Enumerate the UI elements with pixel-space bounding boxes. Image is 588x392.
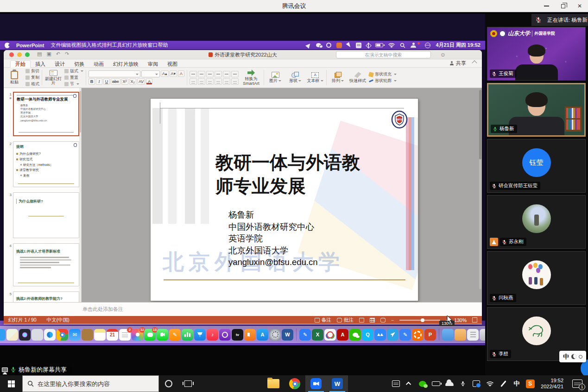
paper-plane-app[interactable] xyxy=(387,329,398,341)
font-name-select[interactable] xyxy=(89,70,140,77)
thumbnail-scrollbar[interactable] xyxy=(79,88,81,302)
zoom-slider[interactable] xyxy=(399,320,440,321)
mac-clock[interactable]: 4月21日 周四 19:52 xyxy=(436,42,481,49)
video-tile-wangjunju[interactable]: 山东大学 外国语学院 王俊菊 xyxy=(487,27,586,81)
taskbar-search[interactable] xyxy=(22,375,159,392)
bold-button[interactable]: B xyxy=(89,78,95,85)
menubar-menu-item[interactable]: 排列 xyxy=(102,42,112,48)
trash[interactable] xyxy=(480,329,485,341)
siri[interactable] xyxy=(19,329,31,341)
excel[interactable]: X xyxy=(312,329,323,341)
apple-menu-icon[interactable] xyxy=(5,43,10,48)
text-direction-button[interactable] xyxy=(231,71,239,77)
downloads-folder[interactable] xyxy=(442,329,454,341)
taskbar-search-input[interactable] xyxy=(38,380,144,387)
decrease-font-button[interactable]: A▾ xyxy=(170,70,177,77)
photos[interactable]: 12 xyxy=(132,329,143,341)
font-size-select[interactable] xyxy=(141,70,160,77)
ppt-tab[interactable]: 幻灯片放映 xyxy=(108,61,143,67)
slide-thumbnail-3[interactable]: 为什么做科研? xyxy=(13,192,79,238)
reminders[interactable]: 2 xyxy=(119,329,131,341)
slide-author-block[interactable]: 杨鲁新中国外语教材研究中心英语学院北京外国语大学yangluxin@bfsu.e… xyxy=(228,209,318,268)
notes[interactable] xyxy=(94,329,106,341)
slide-sorter-button[interactable] xyxy=(370,318,375,322)
taskbar-clock[interactable]: 19:522022/4/21 xyxy=(539,378,565,390)
layout-button[interactable]: 版式 xyxy=(64,68,83,74)
spotlight-search-icon[interactable] xyxy=(400,43,405,48)
keynote[interactable] xyxy=(194,329,206,341)
onedrive-tray-icon[interactable] xyxy=(445,379,454,389)
menubar-menu-item[interactable]: 插入 xyxy=(82,42,92,48)
ppt-tab[interactable]: 切换 xyxy=(70,61,89,67)
bullet-list-button[interactable] xyxy=(190,71,197,77)
action-center-button[interactable]: 1 xyxy=(569,379,585,389)
superscript-button[interactable]: X² xyxy=(121,78,128,85)
chrome[interactable] xyxy=(57,329,68,341)
clear-format-button[interactable]: A xyxy=(178,70,184,77)
ppt-tab[interactable]: 设计 xyxy=(50,61,70,67)
line-spacing-button[interactable] xyxy=(223,71,230,77)
quick-styles-button[interactable]: 快速样式 xyxy=(349,69,367,87)
pages[interactable]: ✎ xyxy=(169,329,181,341)
video-tile-suyonggang[interactable]: 苏永刚 xyxy=(487,195,586,249)
apple-tv[interactable]: tv xyxy=(232,329,243,341)
slide-thumbnail-5[interactable]: 挑战2:外语教师的教学能力? 教学理念如何学习语言?语言、文化、内容、思维是什么… xyxy=(13,291,79,302)
normal-view-button[interactable] xyxy=(359,318,364,322)
acrobat[interactable]: A xyxy=(337,329,348,341)
fast-user-switch-icon[interactable] xyxy=(411,43,416,48)
picture-button[interactable]: 图片 xyxy=(266,69,284,87)
wechat[interactable] xyxy=(349,329,361,341)
windows-ink-icon[interactable] xyxy=(499,379,508,389)
collapse-ribbon-icon[interactable] xyxy=(472,60,477,65)
circles-app[interactable] xyxy=(324,329,336,341)
word[interactable]: W xyxy=(282,329,293,341)
chrome[interactable] xyxy=(284,375,305,392)
convert-smartart-button[interactable]: 转换为SmartArt xyxy=(241,69,261,87)
photos-tray-icon[interactable] xyxy=(472,379,481,389)
menubar-menu-item[interactable]: 编辑 xyxy=(61,42,71,48)
battery-icon[interactable] xyxy=(375,43,383,47)
editor-scrollbar[interactable] xyxy=(479,90,481,289)
system-preferences[interactable] xyxy=(269,329,281,341)
justify-button[interactable] xyxy=(215,78,222,85)
calendar[interactable]: 21 xyxy=(107,329,118,341)
comments-toggle[interactable]: 批注 xyxy=(337,317,354,323)
contacts[interactable] xyxy=(82,329,93,341)
reset-button[interactable]: 重置 xyxy=(64,75,83,81)
documents-folder[interactable] xyxy=(455,329,466,341)
align-text-button[interactable] xyxy=(231,78,239,85)
italic-button[interactable]: I xyxy=(96,78,102,85)
maps[interactable] xyxy=(6,329,18,341)
wifi-icon[interactable] xyxy=(388,43,395,48)
show-hidden-icons-chevron[interactable] xyxy=(405,379,414,389)
slide-thumbnail-4[interactable]: 挑战1:外语人才培养新标准 xyxy=(13,243,79,286)
qq[interactable]: Q xyxy=(362,329,373,341)
paste-button[interactable]: 粘贴 xyxy=(6,69,23,87)
close-button[interactable]: ✕ xyxy=(571,0,588,12)
app-store[interactable]: A xyxy=(257,329,268,341)
slide-thumbnail-2[interactable]: 提纲 为什么做研究?研究范式研究方法（methods）课堂教学研究案例 xyxy=(13,141,79,187)
menubar-app-name[interactable]: PowerPoint xyxy=(16,43,44,48)
wechat-tray-icon[interactable] xyxy=(418,379,427,389)
section-button[interactable]: 节 xyxy=(64,81,83,87)
increase-font-button[interactable]: A▴ xyxy=(161,70,169,77)
menubar-menu-item[interactable]: 视图 xyxy=(71,42,82,48)
slideshow-button[interactable] xyxy=(380,318,386,322)
ppt-tab[interactable]: 审阅 xyxy=(143,61,163,67)
files-window[interactable] xyxy=(467,329,479,341)
mountains-app[interactable] xyxy=(374,329,386,341)
cut-button[interactable]: 剪切 xyxy=(25,68,39,74)
subscript-button[interactable]: X₂ xyxy=(129,78,137,85)
start-button[interactable] xyxy=(0,375,22,392)
font-color-button[interactable]: A xyxy=(146,78,152,85)
feedback-smiley-icon[interactable]: ☺ xyxy=(440,51,446,58)
underline-button[interactable]: U xyxy=(103,78,110,85)
numbers[interactable] xyxy=(182,329,193,341)
orange-gear-app[interactable] xyxy=(412,329,424,341)
messages[interactable]: 13 xyxy=(144,329,156,341)
menubar-menu-item[interactable]: 格式 xyxy=(92,42,102,48)
shape-outline-button[interactable]: 形状轮廓 xyxy=(369,78,397,84)
shapes-button[interactable]: 形状 xyxy=(286,69,304,87)
ppt-tab[interactable]: 动画 xyxy=(89,61,108,67)
notes-pane[interactable]: 单击此处添加备注 xyxy=(4,302,482,316)
